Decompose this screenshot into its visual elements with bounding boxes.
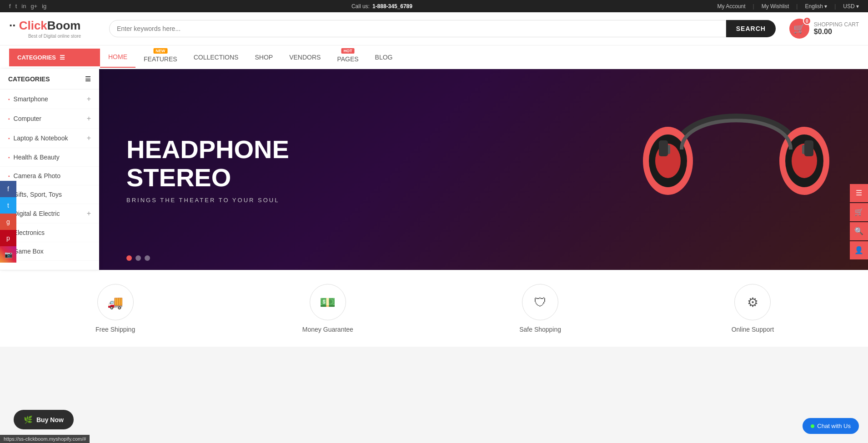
floating-right-bar: ☰ 🛒 🔍 👤 — [850, 184, 868, 259]
logo-brand: ·· ClickBoom — [9, 19, 100, 33]
money-icon: 💵 — [320, 295, 336, 310]
features-bar: 🚚 Free Shipping 💵 Money Guarantee 🛡 Safe… — [0, 270, 868, 347]
float-search-btn[interactable]: 🔍 — [850, 222, 868, 240]
call-us-label: Call us: — [351, 3, 370, 10]
nav-bar: CATEGORIES ☰ HOME NEW FEATURES COLLECTIO… — [0, 45, 868, 69]
instagram-social-btn[interactable]: 📷 — [0, 246, 16, 263]
float-user-btn[interactable]: 👤 — [850, 241, 868, 259]
money-guarantee-icon-wrap: 💵 — [310, 284, 346, 320]
twitter-social-btn[interactable]: t — [0, 197, 16, 214]
top-facebook-icon[interactable]: f — [9, 3, 11, 10]
dot-2[interactable] — [135, 255, 141, 261]
dot-1[interactable] — [126, 255, 132, 261]
cart-area[interactable]: 🛒 0 SHOPPING CART $0.00 — [789, 19, 859, 39]
header: ·· ClickBoom Best of Digital online stor… — [0, 12, 868, 45]
hero-dots — [126, 255, 150, 261]
top-googleplus-icon[interactable]: g+ — [30, 3, 37, 10]
cart-icon-wrap[interactable]: 🛒 0 — [789, 19, 809, 39]
sidebar-menu-icon: ☰ — [85, 75, 91, 83]
currency-selector[interactable]: USD ▾ — [843, 3, 859, 10]
nav-features[interactable]: NEW FEATURES — [135, 45, 186, 69]
hero-subtitle: BRINGS THE THEATER TO YOUR SOUL — [126, 197, 289, 204]
hero-title: HEADPHONESTEREO — [126, 135, 289, 191]
nav-collections[interactable]: COLLECTIONS — [186, 47, 247, 67]
separator3: | — [834, 3, 836, 10]
sidebar-label-gifts: Gifts, Sport, Toys — [14, 191, 62, 198]
logo-click: Click — [19, 19, 47, 32]
shield-icon: 🛡 — [534, 295, 547, 310]
nav-home[interactable]: HOME — [100, 47, 135, 68]
googleplus-social-btn[interactable]: g — [0, 214, 16, 230]
feature-money-guarantee: 💵 Money Guarantee — [221, 284, 434, 333]
sidebar-header: CATEGORIES ☰ — [0, 69, 99, 90]
nav-blog[interactable]: BLOG — [367, 47, 401, 67]
bullet-icon: ▪ — [8, 174, 10, 179]
sidebar-title: CATEGORIES — [8, 75, 50, 83]
search-button[interactable]: SEARCH — [726, 20, 776, 37]
floating-social-bar: f t g p 📷 — [0, 181, 16, 263]
online-support-icon-wrap: ⚙ — [734, 284, 771, 320]
badge-hot: HOT — [341, 48, 354, 54]
online-support-label: Online Support — [732, 326, 774, 333]
hamburger-icon: ☰ — [60, 54, 65, 61]
plus-icon-computer: + — [87, 114, 91, 123]
sidebar-label-health: Health & Beauty — [14, 154, 60, 161]
money-guarantee-label: Money Guarantee — [302, 326, 353, 333]
free-shipping-label: Free Shipping — [95, 326, 135, 333]
main-content: CATEGORIES ☰ ▪ Smartphone + ▪ Computer +… — [0, 69, 868, 270]
language-selector[interactable]: English ▾ — [805, 3, 827, 10]
top-instagram-icon[interactable]: ig — [42, 3, 46, 10]
nav-shop[interactable]: SHOP — [246, 47, 281, 67]
logo[interactable]: ·· ClickBoom Best of Digital online stor… — [9, 19, 100, 39]
logo-sub: Best of Digital online store — [9, 34, 100, 39]
plus-icon-digital: + — [87, 209, 91, 218]
dot-3[interactable] — [145, 255, 150, 261]
top-linkedin-icon[interactable]: in — [21, 3, 26, 10]
call-number: 1-888-345_6789 — [372, 3, 412, 10]
sidebar-label-digital: Digital & Electric — [14, 210, 60, 217]
my-wishlist-link[interactable]: My Wishlist — [762, 3, 789, 10]
sidebar-label-smartphone: Smartphone — [14, 95, 48, 103]
separator2: | — [796, 3, 798, 10]
plus-icon-laptop: + — [87, 134, 91, 142]
feature-safe-shopping: 🛡 Safe Shopping — [434, 284, 647, 333]
float-cart-btn[interactable]: 🛒 — [850, 203, 868, 221]
sidebar-item-computer[interactable]: ▪ Computer + — [0, 109, 99, 129]
headphone-image — [622, 70, 850, 270]
float-menu-btn[interactable]: ☰ — [850, 184, 868, 202]
safe-shopping-label: Safe Shopping — [519, 326, 561, 333]
bullet-icon: ▪ — [8, 136, 10, 141]
badge-new: NEW — [153, 48, 167, 54]
search-bar: SEARCH — [109, 20, 776, 37]
cart-icon: 🛒 — [793, 23, 805, 34]
sidebar-item-smartphone[interactable]: ▪ Smartphone + — [0, 90, 99, 109]
logo-boom: Boom — [47, 19, 81, 32]
bullet-icon: ▪ — [8, 155, 10, 160]
feature-online-support: ⚙ Online Support — [647, 284, 859, 333]
sidebar-label-computer: Computer — [14, 115, 41, 122]
plus-icon-smartphone: + — [87, 95, 91, 103]
categories-nav-button[interactable]: CATEGORIES ☰ — [9, 49, 100, 66]
sidebar-item-laptop[interactable]: ▪ Laptop & Notebook + — [0, 129, 99, 148]
safe-shopping-icon-wrap: 🛡 — [522, 284, 558, 320]
nav-pages[interactable]: HOT PAGES — [329, 45, 366, 69]
search-input[interactable] — [109, 20, 726, 37]
top-twitter-icon[interactable]: t — [15, 3, 17, 10]
svg-rect-8 — [659, 140, 668, 156]
hero-banner: HEADPHONESTEREO BRINGS THE THEATER TO YO… — [99, 69, 868, 270]
my-account-link[interactable]: My Account — [717, 3, 746, 10]
top-bar-left: f t in g+ ig — [9, 3, 46, 10]
pinterest-social-btn[interactable]: p — [0, 230, 16, 246]
nav-vendors[interactable]: VENDORS — [281, 47, 329, 67]
cart-label: SHOPPING CART — [814, 21, 859, 28]
gear-icon: ⚙ — [747, 295, 758, 310]
categories-nav-label: CATEGORIES — [17, 54, 56, 61]
sidebar-label-laptop: Laptop & Notebook — [14, 134, 68, 142]
top-bar: f t in g+ ig Call us: 1-888-345_6789 My … — [0, 0, 868, 12]
bullet-icon: ▪ — [8, 116, 10, 121]
facebook-social-btn[interactable]: f — [0, 181, 16, 197]
sidebar-label-gamebox: Game Box — [14, 248, 44, 255]
top-social-links: f t in g+ ig — [9, 3, 46, 10]
free-shipping-icon-wrap: 🚚 — [97, 284, 134, 320]
sidebar-item-health[interactable]: ▪ Health & Beauty — [0, 148, 99, 167]
